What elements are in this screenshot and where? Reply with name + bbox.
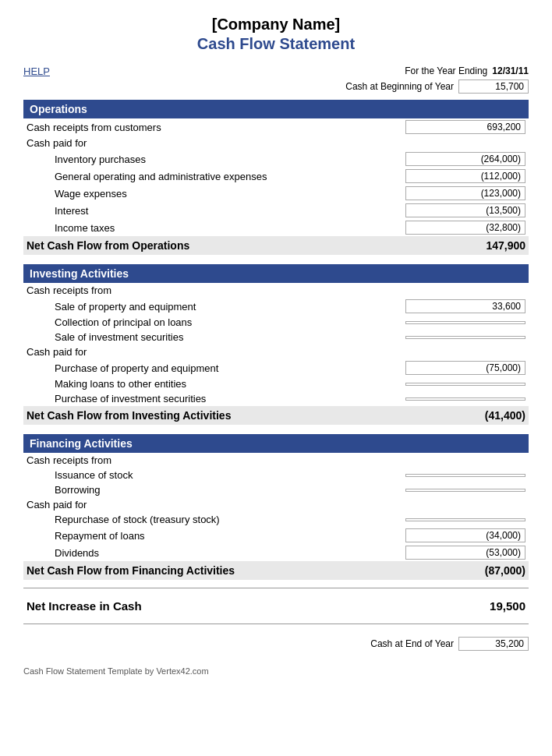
cash-end-value[interactable]: 35,200 — [458, 637, 529, 651]
row-label: Cash receipts from customers — [23, 118, 402, 136]
year-ending-label: For the Year Ending — [405, 65, 487, 76]
net-investing-row: Net Cash Flow from Investing Activities … — [23, 406, 529, 425]
row-value[interactable] — [402, 330, 529, 344]
row-value[interactable] — [402, 468, 529, 482]
row-value[interactable]: (112,000) — [402, 168, 529, 185]
net-financing-label: Net Cash Flow from Financing Activities — [23, 561, 402, 580]
company-name: [Company Name] — [23, 16, 529, 34]
table-row: Issuance of stock — [23, 468, 529, 482]
row-value[interactable] — [402, 482, 529, 497]
financing-table: Cash receipts from Issuance of stock Bor… — [23, 453, 529, 580]
table-row: Dividends (53,000) — [23, 544, 529, 561]
table-row: Purchase of investment securities — [23, 391, 529, 406]
table-row: Cash receipts from customers 693,200 — [23, 118, 529, 136]
statement-title: Cash Flow Statement — [23, 35, 529, 53]
row-value[interactable] — [402, 376, 529, 391]
net-increase-table: Net Increase in Cash 19,500 — [23, 595, 529, 617]
row-label: Sale of investment securities — [23, 330, 402, 344]
table-row: Purchase of property and equipment (75,0… — [23, 359, 529, 376]
row-label: Repurchase of stock (treasury stock) — [23, 512, 402, 527]
row-value[interactable]: (75,000) — [402, 359, 529, 376]
table-row: Repayment of loans (34,000) — [23, 527, 529, 544]
table-row: Sale of investment securities — [23, 330, 529, 344]
row-label: General operating and administrative exp… — [23, 168, 402, 185]
table-row: Repurchase of stock (treasury stock) — [23, 512, 529, 527]
row-value[interactable]: (13,500) — [402, 202, 529, 219]
header-right: For the Year Ending 12/31/11 Cash at Beg… — [345, 65, 529, 94]
operations-table: Cash receipts from customers 693,200 Cas… — [23, 118, 529, 255]
row-value[interactable]: 33,600 — [402, 298, 529, 315]
table-row: Cash paid for — [23, 136, 529, 150]
row-label: Cash receipts from — [23, 453, 402, 468]
cash-beginning-value[interactable]: 15,700 — [458, 79, 529, 94]
year-ending-value: 12/31/11 — [492, 65, 529, 76]
row-label: Borrowing — [23, 482, 402, 497]
row-label: Cash paid for — [23, 136, 402, 150]
table-row: General operating and administrative exp… — [23, 168, 529, 185]
row-label: Cash paid for — [23, 344, 402, 359]
investing-table: Cash receipts from Sale of property and … — [23, 283, 529, 425]
investing-header: Investing Activities — [23, 264, 529, 283]
row-label: Cash paid for — [23, 497, 402, 512]
row-label: Purchase of property and equipment — [23, 359, 402, 376]
row-value[interactable]: (123,000) — [402, 185, 529, 202]
net-investing-label: Net Cash Flow from Investing Activities — [23, 406, 402, 425]
help-link[interactable]: HELP — [23, 65, 50, 77]
net-increase-value: 19,500 — [402, 595, 529, 617]
row-value[interactable]: (34,000) — [402, 527, 529, 544]
table-row: Borrowing — [23, 482, 529, 497]
table-row: Cash paid for — [23, 497, 529, 512]
row-label: Cash receipts from — [23, 283, 402, 298]
row-label: Dividends — [23, 544, 402, 561]
cash-end-label: Cash at End of Year — [370, 638, 454, 649]
net-financing-row: Net Cash Flow from Financing Activities … — [23, 561, 529, 580]
net-operations-row: Net Cash Flow from Operations 147,900 — [23, 236, 529, 255]
row-label: Making loans to other entities — [23, 376, 402, 391]
row-value[interactable] — [402, 391, 529, 406]
row-label: Collection of principal on loans — [23, 315, 402, 330]
row-value[interactable]: (264,000) — [402, 150, 529, 168]
net-operations-value: 147,900 — [402, 236, 529, 255]
net-increase-label: Net Increase in Cash — [23, 595, 402, 617]
investing-section: Investing Activities Cash receipts from … — [23, 264, 529, 425]
table-row: Making loans to other entities — [23, 376, 529, 391]
operations-header: Operations — [23, 100, 529, 118]
footer-text: Cash Flow Statement Template by Vertex42… — [23, 666, 529, 676]
financing-section: Financing Activities Cash receipts from … — [23, 434, 529, 580]
net-operations-label: Net Cash Flow from Operations — [23, 236, 402, 255]
row-value[interactable] — [402, 512, 529, 527]
table-row: Collection of principal on loans — [23, 315, 529, 330]
net-investing-value: (41,400) — [402, 406, 529, 425]
row-value[interactable]: (32,800) — [402, 219, 529, 236]
row-label: Sale of property and equipment — [23, 298, 402, 315]
row-value[interactable]: 693,200 — [402, 118, 529, 136]
financing-header: Financing Activities — [23, 434, 529, 453]
net-financing-value: (87,000) — [402, 561, 529, 580]
net-increase-row: Net Increase in Cash 19,500 — [23, 595, 529, 617]
row-label: Interest — [23, 202, 402, 219]
row-label: Repayment of loans — [23, 527, 402, 544]
row-value[interactable] — [402, 315, 529, 330]
row-label: Issuance of stock — [23, 468, 402, 482]
table-row: Wage expenses (123,000) — [23, 185, 529, 202]
cash-beginning-label: Cash at Beginning of Year — [345, 81, 454, 92]
table-row: Sale of property and equipment 33,600 — [23, 298, 529, 315]
table-row: Cash receipts from — [23, 453, 529, 468]
table-row: Inventory purchases (264,000) — [23, 150, 529, 168]
row-value[interactable]: (53,000) — [402, 544, 529, 561]
table-row: Interest (13,500) — [23, 202, 529, 219]
row-label: Inventory purchases — [23, 150, 402, 168]
row-label: Purchase of investment securities — [23, 391, 402, 406]
row-label: Income taxes — [23, 219, 402, 236]
row-value-empty — [402, 136, 529, 150]
table-row: Cash paid for — [23, 344, 529, 359]
table-row: Income taxes (32,800) — [23, 219, 529, 236]
row-label: Wage expenses — [23, 185, 402, 202]
table-row: Cash receipts from — [23, 283, 529, 298]
cash-end-row: Cash at End of Year 35,200 — [23, 637, 529, 651]
operations-section: Operations Cash receipts from customers … — [23, 100, 529, 255]
